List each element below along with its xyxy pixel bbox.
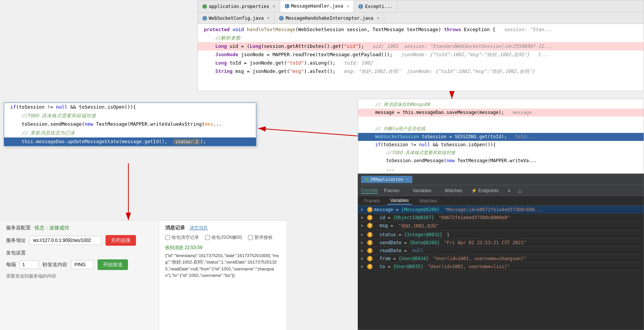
right-line-3 — [358, 117, 644, 125]
tab-message-handler[interactable]: C MessageHandler.java × — [280, 0, 354, 12]
debug-var-status: ▶ f status = {Integer@8032} 1 — [358, 231, 644, 239]
right-line-1: // 将消息保存到MongoDB — [358, 101, 644, 109]
msg-log-title: 消息记录 — [165, 224, 185, 231]
right-line-7: //TODO 具体格式需要和前端对接 — [358, 149, 644, 157]
debug-var-to: ▶ f to = {User@8035} "User(id=1002, user… — [358, 263, 644, 271]
interval-label: 每隔 — [6, 261, 16, 268]
code-content-top: protected void handleTextMessage(WebSock… — [198, 24, 644, 77]
popup-line-1: if(toSession != null && toSession.isOpen… — [4, 103, 256, 112]
expand-icon-id[interactable]: ▶ — [361, 215, 366, 219]
code-line-4: JsonNode jsonNode = MAPPER.readTree(text… — [198, 51, 644, 59]
right-line-2: message = this.messageDao.saveMessage(me… — [358, 109, 644, 117]
debug-toolbar: Console Frames | Variables | Watches ⚡ E… — [358, 185, 644, 196]
var-icon-readdate: f — [367, 248, 373, 253]
json-decode-checkbox[interactable] — [205, 235, 210, 240]
debug-var-senddate: ▶ f sendDate = {Date@8268} "Fri Apr 02 2… — [358, 239, 644, 247]
tab-application-properties[interactable]: application.properties × — [198, 0, 280, 12]
tab-bar-row2: C WebSocketConfig.java × C MessageHandsh… — [198, 13, 644, 24]
interval-unit-label: 秒发送内容 — [43, 261, 67, 268]
code-line-3: Long uid = (Long)session.getAttributes()… — [198, 42, 644, 51]
debug-tab-bar: IMApplication × — [358, 174, 644, 185]
right-line-8: toSession.sendMessage(new TextMessage(MA… — [358, 157, 644, 165]
debug-var-id: ▶ f id = {ObjectId@8267} "60672fe1a4ed37… — [358, 214, 644, 222]
right-debug-code: // 将消息保存到MongoDB message = this.messageD… — [358, 99, 644, 178]
right-line-4: // 判断to用户是否在线 — [358, 125, 644, 133]
address-label: 服务地址 — [6, 237, 26, 244]
msg-received-label: 收到消息 22:53:59 — [165, 245, 280, 251]
left-code-popup: if(toSession != null && toSession.isOpen… — [4, 103, 256, 146]
close-tab-icon4[interactable]: × — [377, 16, 379, 21]
toolbar-variables[interactable]: Variables — [413, 188, 431, 193]
close-tab-icon2[interactable]: × — [347, 4, 349, 9]
debug-variables-list: ▶ f message = {Message@8260} "Message(id… — [358, 206, 644, 330]
code-line-6: String msg = jsonNode.get("msg").asText(… — [198, 67, 644, 76]
var-icon-status: f — [367, 232, 373, 237]
popup-line-4: // 更新消息状态为已读 — [4, 129, 256, 137]
var-icon-message: f — [367, 207, 373, 212]
right-line-6: if(toSession != null && toSession.isOpen… — [358, 141, 644, 149]
message-log-panel: 消息记录 清空消息 收包清空记录 收包JSON解码 暂停接收 收到消息 22:5… — [159, 220, 286, 330]
expand-icon-msg[interactable]: ▶ — [361, 223, 366, 227]
expand-icon-message[interactable]: ▶ — [361, 207, 366, 212]
start-send-button[interactable]: 开始发送 — [98, 259, 128, 270]
tab-exception[interactable]: C Excepti... — [354, 0, 397, 12]
debug-var-msg: ▶ f msg = "你好,1002,在吗" — [358, 222, 644, 231]
java-icon4: C — [279, 16, 284, 21]
sub-tab-watches[interactable]: Watches — [417, 197, 440, 204]
option-clear-on-receive: 收包清空记录 — [165, 234, 199, 241]
popup-line-2: //TODO 具体格式需要和前端对接 — [4, 112, 256, 120]
toolbar-icon-endpoints[interactable]: ⚡ Endpoints — [471, 188, 499, 193]
expand-icon-status[interactable]: ▶ — [361, 232, 366, 237]
var-icon-msg: f — [367, 223, 373, 228]
popup-line-5: this.messageDao.updateMessageState(messa… — [4, 137, 256, 146]
code-line-2: //解析参数 — [198, 34, 644, 42]
toolbar-icon-expand[interactable]: △ — [518, 188, 521, 193]
status-badge: status: 2 — [173, 139, 200, 145]
tab-msg-interceptor[interactable]: C MessageHandshakeInterceptor.java × — [275, 13, 384, 24]
close-tab-icon[interactable]: × — [273, 4, 275, 9]
close-tab-icon3[interactable]: × — [267, 16, 270, 21]
option-pause-receive: 暂停接收 — [248, 234, 273, 241]
debug-app-tab[interactable]: IMApplication × — [361, 176, 412, 183]
disconnect-button[interactable]: 关闭连接 — [106, 235, 136, 246]
tab-ws-config[interactable]: C WebSocketConfig.java × — [198, 13, 275, 24]
toolbar-watches[interactable]: Watches — [445, 188, 462, 193]
var-icon-to: f — [367, 264, 373, 269]
toolbar-console[interactable]: Console — [361, 188, 378, 194]
right-line-9: ... — [358, 165, 644, 173]
msg-content: {"id":"timestamp":1617375201,"date":1617… — [165, 253, 280, 279]
expand-icon-readdate[interactable]: ▶ — [361, 248, 366, 253]
debug-sub-tabs: Frames Variables Watches — [358, 196, 644, 206]
pause-receive-checkbox[interactable] — [248, 235, 253, 240]
tab-bar-row1: application.properties × C MessageHandle… — [198, 0, 644, 13]
arrow-left-1 — [258, 128, 358, 136]
toolbar-icon-menu[interactable]: ≡ — [508, 188, 510, 193]
expand-icon-senddate[interactable]: ▶ — [361, 240, 366, 245]
expand-icon-to[interactable]: ▶ — [361, 264, 366, 268]
toolbar-frames[interactable]: Frames — [384, 188, 399, 193]
right-code-content: // 将消息保存到MongoDB message = this.messageD… — [358, 99, 644, 175]
clear-log-link[interactable]: 清空消息 — [189, 225, 208, 231]
close-app-tab-icon[interactable]: × — [406, 177, 409, 182]
interval-input[interactable] — [20, 261, 39, 269]
ws-address-input[interactable] — [30, 236, 102, 245]
msg-log-options: 收包清空记录 收包JSON解码 暂停接收 — [165, 234, 280, 241]
popup-line-3: toSession.sendMessage(new TextMessage(MA… — [4, 120, 256, 129]
debug-panel: IMApplication × Console Frames | Variabl… — [358, 174, 644, 330]
properties-icon — [202, 4, 207, 9]
debug-var-message: ▶ f message = {Message@8260} "Message(id… — [358, 206, 644, 214]
sub-tab-frames[interactable]: Frames — [361, 197, 383, 204]
msg-log-header: 消息记录 清空消息 — [165, 224, 280, 231]
var-icon-id: f — [367, 215, 373, 220]
clear-on-receive-checkbox[interactable] — [165, 235, 170, 240]
debug-var-readdate: ▶ f readDate = null — [358, 247, 644, 255]
sub-tab-variables[interactable]: Variables — [387, 197, 412, 205]
debug-var-from: ▶ f from = {User@8034} "User(id=1001, us… — [358, 255, 644, 263]
code-line-5: Long toId = jsonNode.get("toId").asLong(… — [198, 59, 644, 67]
content-input[interactable] — [71, 260, 94, 269]
option-json-decode: 收包JSON解码 — [205, 234, 242, 241]
app-tab-icon — [365, 178, 369, 182]
java-icon3: C — [202, 16, 207, 21]
connection-status: 状态：连接成功 — [35, 224, 69, 231]
expand-icon-from[interactable]: ▶ — [361, 256, 366, 261]
